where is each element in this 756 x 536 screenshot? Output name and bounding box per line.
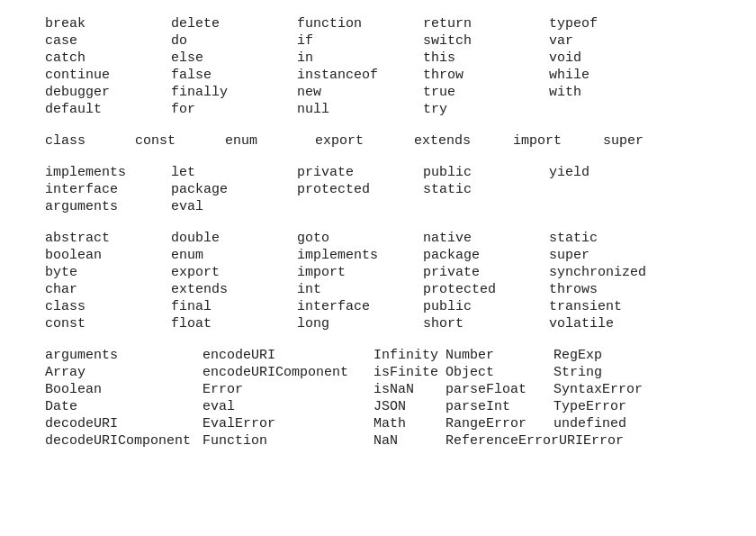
word: interface xyxy=(45,182,171,197)
word: protected xyxy=(297,182,423,197)
word xyxy=(549,182,675,197)
word: EvalError xyxy=(202,416,374,432)
word: instanceof xyxy=(297,68,423,83)
row: byte export import private synchronized xyxy=(45,265,729,280)
word: new xyxy=(297,85,423,100)
word: isNaN xyxy=(374,382,446,397)
word: try xyxy=(423,102,549,117)
word: public xyxy=(423,299,549,314)
word: String xyxy=(554,365,644,380)
word: double xyxy=(171,231,297,246)
word: Number xyxy=(446,348,554,363)
word: long xyxy=(297,316,423,332)
word: throw xyxy=(423,68,549,83)
word: private xyxy=(423,265,549,280)
word: true xyxy=(423,85,549,100)
row: break delete function return typeof xyxy=(45,16,729,32)
row: arguments eval xyxy=(45,199,729,214)
word: short xyxy=(423,316,549,332)
row: const float long short volatile xyxy=(45,316,729,332)
word: Object xyxy=(446,365,554,380)
word: class xyxy=(45,299,171,314)
word: decodeURI xyxy=(45,416,202,432)
word: interface xyxy=(297,299,423,314)
word: Date xyxy=(45,399,202,414)
word: Error xyxy=(202,382,374,397)
word: float xyxy=(171,316,297,332)
word: implements xyxy=(297,248,423,263)
word: var xyxy=(549,33,675,49)
word xyxy=(549,199,675,214)
word xyxy=(297,199,423,214)
row: interface package protected static xyxy=(45,182,729,197)
word: export xyxy=(315,133,414,149)
future-reserved-section: class const enum export extends import s… xyxy=(45,133,729,149)
word: do xyxy=(171,33,297,49)
word: finally xyxy=(171,85,297,100)
word: RangeError xyxy=(446,416,554,432)
word: super xyxy=(603,133,693,149)
word: super xyxy=(549,248,675,263)
word: const xyxy=(45,316,171,332)
word: default xyxy=(45,102,171,117)
word: Boolean xyxy=(45,382,202,397)
reserved-words-section: break delete function return typeof case… xyxy=(45,16,729,117)
java-reserved-section: abstract double goto native static boole… xyxy=(45,231,729,332)
word: Math xyxy=(374,416,446,432)
word: public xyxy=(423,165,549,180)
row: class const enum export extends import s… xyxy=(45,133,729,149)
word: catch xyxy=(45,50,171,66)
word: implements xyxy=(45,165,171,180)
word: abstract xyxy=(45,231,171,246)
word: return xyxy=(423,16,549,32)
word: const xyxy=(135,133,225,149)
word: debugger xyxy=(45,85,171,100)
word: null xyxy=(297,102,423,117)
word: JSON xyxy=(374,399,446,414)
word: undefined xyxy=(554,416,644,432)
word: decodeURIComponent xyxy=(45,433,202,449)
row: abstract double goto native static xyxy=(45,231,729,246)
word xyxy=(423,199,549,214)
row: decodeURI EvalError Math RangeError unde… xyxy=(45,416,729,432)
word: for xyxy=(171,102,297,117)
word: int xyxy=(297,282,423,297)
word: package xyxy=(423,248,549,263)
word: isFinite xyxy=(374,365,446,380)
word: case xyxy=(45,33,171,49)
row: implements let private public yield xyxy=(45,165,729,180)
word: eval xyxy=(202,399,374,414)
word: Array xyxy=(45,365,202,380)
word: break xyxy=(45,16,171,32)
word: NaN xyxy=(374,433,446,449)
word: function xyxy=(297,16,423,32)
row: catch else in this void xyxy=(45,50,729,66)
row: Boolean Error isNaN parseFloat SyntaxErr… xyxy=(45,382,729,397)
word: extends xyxy=(414,133,513,149)
word: final xyxy=(171,299,297,314)
word: arguments xyxy=(45,199,171,214)
word: char xyxy=(45,282,171,297)
row: arguments encodeURI Infinity Number RegE… xyxy=(45,348,729,363)
word: else xyxy=(171,50,297,66)
word: parseFloat xyxy=(446,382,554,397)
word: continue xyxy=(45,68,171,83)
row: debugger finally new true with xyxy=(45,85,729,100)
word: import xyxy=(297,265,423,280)
word: transient xyxy=(549,299,675,314)
word: import xyxy=(513,133,603,149)
word: throws xyxy=(549,282,675,297)
global-objects-section: arguments encodeURI Infinity Number RegE… xyxy=(45,348,729,449)
word: enum xyxy=(225,133,315,149)
word xyxy=(549,102,675,117)
row: default for null try xyxy=(45,102,729,117)
word: URIError xyxy=(559,433,649,449)
word: synchronized xyxy=(549,265,675,280)
word: typeof xyxy=(549,16,675,32)
row: boolean enum implements package super xyxy=(45,248,729,263)
word: package xyxy=(171,182,297,197)
word: goto xyxy=(297,231,423,246)
word: while xyxy=(549,68,675,83)
word: static xyxy=(549,231,675,246)
row: Date eval JSON parseInt TypeError xyxy=(45,399,729,414)
